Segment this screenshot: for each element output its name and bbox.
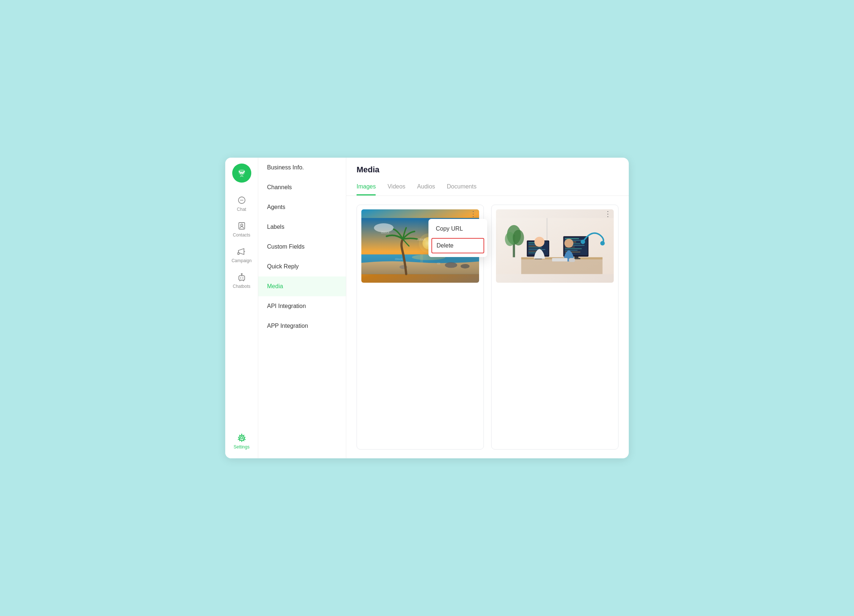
nav-item-chat[interactable]: Chat (225, 192, 258, 216)
svg-rect-42 (529, 248, 542, 248)
svg-point-3 (242, 200, 243, 201)
nav-label-campaign: Campaign (232, 258, 252, 263)
nav-item-campaign[interactable]: Campaign (225, 243, 258, 267)
tab-audios[interactable]: Audios (417, 180, 435, 195)
media-card-beach: ⋮ Copy URL Delete (357, 205, 484, 450)
sidebar-item-labels[interactable]: Labels (258, 217, 346, 237)
svg-rect-43 (529, 249, 546, 250)
nav-item-settings[interactable]: Settings (225, 429, 258, 457)
nav-item-contacts[interactable]: Contacts (225, 217, 258, 241)
main-header: Media Images Videos Audios Documents (346, 158, 629, 196)
svg-point-22 (461, 264, 470, 268)
office-thumbnail (496, 209, 614, 283)
sidebar-item-quick-reply[interactable]: Quick Reply (258, 257, 346, 277)
svg-point-11 (241, 437, 243, 439)
nav-item-chatbots[interactable]: Chatbots (225, 268, 258, 293)
svg-point-62 (564, 239, 573, 248)
svg-rect-56 (565, 248, 582, 249)
tab-documents[interactable]: Documents (447, 180, 477, 195)
settings-sidebar: Business Info. Channels Agents Labels Cu… (258, 158, 346, 458)
svg-point-5 (241, 224, 243, 226)
svg-rect-50 (565, 238, 579, 239)
chat-icon (236, 195, 247, 205)
svg-text:iSt: iSt (437, 262, 441, 265)
nav-label-chat: Chat (237, 207, 246, 212)
campaign-icon (236, 246, 247, 257)
dropdown-menu: Copy URL Delete (429, 219, 487, 257)
media-card-menu-button-1[interactable]: ⋮ (467, 208, 480, 219)
chatbots-icon (236, 272, 247, 282)
svg-point-9 (242, 278, 243, 279)
sidebar-item-agents[interactable]: Agents (258, 197, 346, 217)
sidebar-item-app-integration[interactable]: APP Integration (258, 316, 346, 336)
svg-text:iStock: iStock (395, 257, 403, 261)
svg-point-1 (240, 200, 241, 201)
svg-point-2 (241, 200, 242, 201)
sidebar-item-channels[interactable]: Channels (258, 178, 346, 197)
tabs-row: Images Videos Audios Documents (357, 180, 619, 195)
media-card-menu-button-2[interactable]: ⋮ (601, 208, 615, 219)
dropdown-copy-url[interactable]: Copy URL (429, 221, 487, 236)
svg-point-61 (534, 237, 545, 247)
main-content: Media Images Videos Audios Documents (346, 158, 629, 458)
page-title: Media (357, 165, 619, 175)
sidebar-item-custom-fields[interactable]: Custom Fields (258, 237, 346, 257)
tab-images[interactable]: Images (357, 180, 376, 195)
svg-point-21 (445, 262, 458, 268)
svg-point-8 (240, 278, 241, 279)
icon-nav: Chat Contacts C (225, 158, 258, 458)
svg-rect-65 (552, 258, 567, 262)
svg-rect-44 (529, 251, 537, 251)
nav-label-chatbots: Chatbots (233, 284, 250, 289)
media-card-beach-inner: ⋮ Copy URL Delete (357, 205, 483, 287)
dropdown-delete[interactable]: Delete (432, 238, 484, 253)
media-card-office: ⋮ (491, 205, 619, 450)
media-grid: ⋮ Copy URL Delete (346, 196, 629, 458)
tab-videos[interactable]: Videos (387, 180, 406, 195)
nav-label-contacts: Contacts (233, 233, 250, 237)
nav-label-settings: Settings (234, 444, 249, 450)
svg-point-33 (513, 230, 524, 246)
svg-rect-66 (569, 258, 575, 262)
logo-area (232, 164, 251, 183)
svg-text:iStock: iStock (381, 231, 390, 234)
media-card-office-inner: ⋮ (491, 205, 618, 287)
svg-rect-6 (238, 252, 239, 254)
svg-text:iStock: iStock (418, 237, 426, 241)
contacts-icon (236, 221, 247, 231)
sidebar-item-api-integration[interactable]: API Integration (258, 296, 346, 316)
svg-point-10 (241, 274, 242, 275)
svg-point-64 (581, 239, 585, 244)
sidebar-item-media[interactable]: Media (258, 277, 346, 296)
sidebar-item-business-info[interactable]: Business Info. (258, 158, 346, 178)
settings-icon (236, 433, 247, 443)
svg-rect-36 (521, 260, 603, 274)
svg-rect-57 (565, 250, 577, 251)
svg-point-63 (600, 241, 605, 245)
logo-icon[interactable] (232, 164, 251, 183)
svg-rect-7 (239, 276, 245, 280)
